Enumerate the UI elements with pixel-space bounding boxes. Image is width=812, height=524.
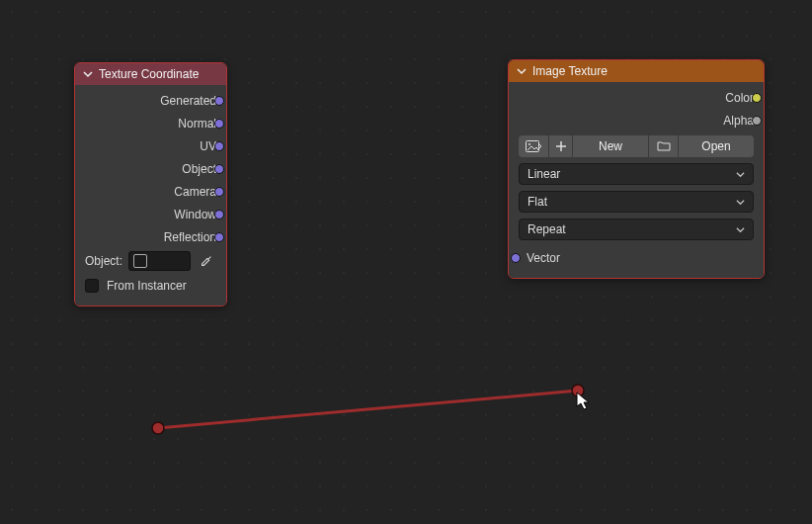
output-window[interactable]: Window: [75, 203, 226, 225]
checkbox-icon[interactable]: [85, 279, 99, 293]
projection-dropdown[interactable]: Flat: [519, 191, 754, 213]
dropdown-value: Repeat: [528, 222, 566, 236]
socket-icon[interactable]: [214, 96, 224, 106]
node-header[interactable]: Texture Coordinate: [75, 63, 226, 85]
new-image-button[interactable]: New: [572, 135, 648, 157]
open-label: Open: [701, 139, 730, 153]
from-instancer-label: From Instancer: [107, 279, 187, 293]
dropdown-value: Flat: [528, 195, 547, 209]
output-label: Color: [725, 91, 754, 105]
object-icon: [133, 254, 147, 268]
node-title: Texture Coordinate: [99, 67, 199, 81]
socket-icon[interactable]: [214, 164, 224, 174]
extension-dropdown[interactable]: Repeat: [519, 218, 754, 240]
svg-point-1: [152, 422, 164, 434]
svg-point-4: [528, 143, 530, 145]
output-camera[interactable]: Camera: [75, 180, 226, 203]
socket-icon[interactable]: [214, 141, 224, 151]
node-title: Image Texture: [532, 64, 608, 78]
new-label: New: [599, 139, 622, 153]
object-field-row: Object:: [75, 248, 226, 274]
output-label: Camera: [174, 185, 216, 199]
node-image-texture[interactable]: Image Texture Color Alpha New Open: [508, 59, 765, 279]
output-color[interactable]: Color: [509, 86, 764, 109]
add-image-button[interactable]: [548, 135, 572, 157]
image-browse-button[interactable]: [519, 135, 548, 157]
socket-icon[interactable]: [752, 93, 762, 103]
socket-icon[interactable]: [511, 253, 521, 263]
node-body: Generated Normal UV Object Camera Window…: [75, 85, 226, 306]
input-label: Vector: [527, 251, 560, 265]
mouse-cursor-icon: [576, 392, 592, 414]
output-uv[interactable]: UV: [75, 134, 226, 157]
svg-line-0: [158, 391, 578, 428]
output-normal[interactable]: Normal: [75, 112, 226, 134]
node-header[interactable]: Image Texture: [509, 60, 764, 82]
socket-icon[interactable]: [214, 119, 224, 129]
object-label: Object:: [85, 254, 122, 268]
socket-icon[interactable]: [214, 210, 224, 219]
socket-icon[interactable]: [752, 116, 762, 126]
output-label: Window: [174, 208, 216, 221]
chevron-down-icon: [736, 198, 745, 207]
from-instancer-row[interactable]: From Instancer: [75, 274, 226, 298]
open-folder-button[interactable]: [648, 135, 678, 157]
chevron-down-icon: [736, 170, 745, 179]
output-label: Normal: [178, 117, 216, 131]
dropdown-value: Linear: [528, 167, 560, 181]
output-alpha[interactable]: Alpha: [509, 109, 764, 131]
node-texture-coordinate[interactable]: Texture Coordinate Generated Normal UV O…: [74, 62, 227, 306]
object-picker[interactable]: [128, 251, 191, 271]
eyedropper-button[interactable]: [197, 254, 216, 268]
open-image-button[interactable]: Open: [678, 135, 754, 157]
output-label: Object: [182, 162, 216, 176]
output-reflection[interactable]: Reflection: [75, 225, 226, 248]
output-generated[interactable]: Generated: [75, 89, 226, 112]
socket-icon[interactable]: [214, 232, 224, 242]
output-label: Generated: [160, 94, 216, 108]
chevron-down-icon: [736, 225, 745, 234]
output-label: Reflection: [164, 230, 216, 244]
chevron-down-icon: [83, 69, 93, 79]
svg-point-2: [572, 385, 584, 396]
chevron-down-icon: [517, 66, 527, 76]
input-vector[interactable]: Vector: [509, 246, 764, 270]
interpolation-dropdown[interactable]: Linear: [519, 163, 754, 185]
socket-icon[interactable]: [214, 187, 224, 197]
output-object[interactable]: Object: [75, 157, 226, 180]
output-label: Alpha: [723, 114, 754, 128]
image-toolbar: New Open: [519, 135, 754, 157]
node-body: Color Alpha New Open Linear: [509, 82, 764, 278]
